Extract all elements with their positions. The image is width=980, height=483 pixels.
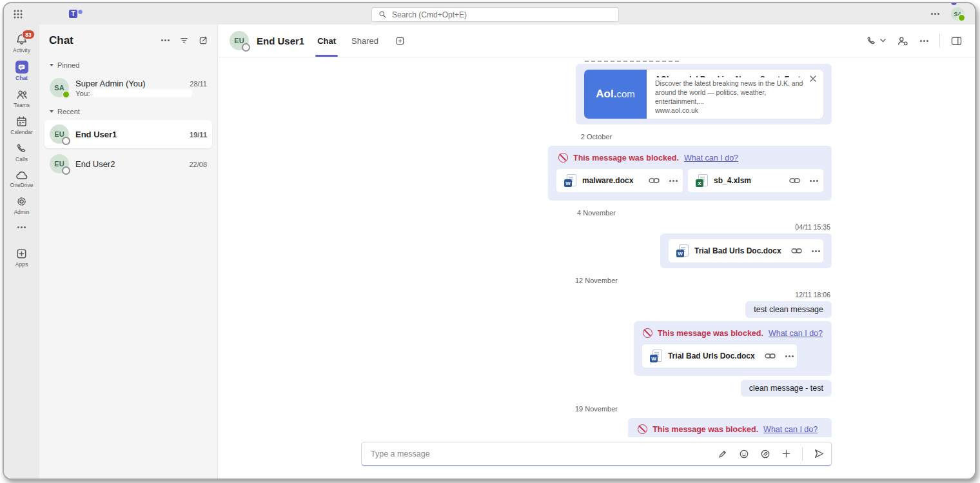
- add-tab-icon[interactable]: [395, 25, 405, 57]
- word-file-icon: W: [650, 350, 662, 362]
- file-attachment[interactable]: W malware.docx: [556, 168, 683, 193]
- copy-link-icon[interactable]: [789, 177, 800, 184]
- file-more-icon[interactable]: [806, 176, 822, 186]
- chat-list-panel: Chat Pinned SA Super Admin (You: [39, 25, 218, 478]
- rail-item-calendar[interactable]: Calendar: [4, 112, 39, 139]
- rail-item-onedrive[interactable]: OneDrive: [4, 166, 39, 192]
- what-can-i-do-link[interactable]: What can I do?: [684, 153, 738, 163]
- divider: [939, 34, 940, 48]
- chat-more-icon[interactable]: [920, 40, 928, 42]
- send-icon[interactable]: [814, 448, 825, 459]
- date-separator: 4 November: [577, 209, 616, 217]
- format-icon[interactable]: [718, 449, 728, 459]
- copy-link-icon[interactable]: [765, 353, 776, 359]
- app-launcher-icon[interactable]: [4, 4, 30, 25]
- excel-file-icon: X: [696, 174, 708, 187]
- chat-list-more-icon[interactable]: [161, 39, 170, 41]
- blocked-text: This message was blocked.: [573, 153, 679, 163]
- top-bar: T Search (Cmd+Opt+E) SA: [4, 3, 975, 25]
- chat-list-item-end-user2[interactable]: EU End User2 22/08: [44, 150, 212, 178]
- file-more-icon[interactable]: [808, 246, 824, 256]
- add-people-icon[interactable]: [897, 35, 909, 46]
- attach-icon[interactable]: [760, 449, 770, 459]
- message-timestamp: 12/11 18:06: [795, 291, 830, 299]
- chat-main: EU End User1 Chat Shared: [218, 25, 975, 478]
- new-chat-icon[interactable]: [199, 35, 208, 45]
- link-preview-title[interactable]: AOL.co.uk | Breaking News, Sport, Feat..…: [655, 75, 816, 77]
- chat-avatar[interactable]: EU: [230, 31, 249, 50]
- message-text: test clean message: [745, 301, 832, 318]
- teams-logo-icon[interactable]: T: [68, 8, 84, 19]
- rail-item-activity[interactable]: 83 Activity: [4, 29, 39, 57]
- open-panel-icon[interactable]: [951, 36, 962, 46]
- rail-item-apps[interactable]: Apps: [4, 244, 39, 271]
- filter-icon[interactable]: [179, 35, 189, 45]
- what-can-i-do-link[interactable]: What can I do?: [763, 425, 818, 434]
- divider: [802, 447, 803, 461]
- file-attachment[interactable]: W Trial Bad Urls Doc.docx: [668, 239, 824, 263]
- svg-text:T: T: [71, 10, 75, 17]
- rail-item-calls[interactable]: Calls: [4, 139, 39, 166]
- word-file-icon: W: [676, 244, 689, 257]
- file-name: Trial Bad Urls Doc.docx: [694, 246, 781, 255]
- avatar: EU: [50, 154, 69, 173]
- rail-more-icon[interactable]: [17, 219, 26, 237]
- section-pinned[interactable]: Pinned: [39, 56, 217, 73]
- tab-shared[interactable]: Shared: [351, 25, 378, 57]
- call-icon[interactable]: [866, 35, 877, 46]
- calendar-icon: [15, 115, 28, 128]
- chevron-down-icon: [50, 64, 54, 66]
- compose-area: Type a message: [218, 437, 975, 478]
- link-preview-card[interactable]: Aol.com AOL.co.uk | Breaking News, Sport…: [583, 69, 824, 119]
- file-more-icon[interactable]: [665, 176, 681, 186]
- file-name: Trial Bad Urls Doc.docx: [668, 351, 755, 360]
- avatar: EU: [50, 124, 69, 144]
- message-scroll-area[interactable]: Aol.com AOL.co.uk | Breaking News, Sport…: [218, 57, 975, 437]
- message-file: W Trial Bad Urls Doc.docx: [660, 233, 832, 268]
- message-input[interactable]: Type a message: [361, 442, 832, 466]
- redacted-preview: [93, 90, 191, 97]
- chat-name: End User1: [75, 130, 117, 139]
- message-link-preview: Aol.com AOL.co.uk | Breaking News, Sport…: [576, 64, 832, 124]
- clipped-message: [585, 57, 679, 62]
- activity-badge: 83: [22, 30, 35, 39]
- close-icon[interactable]: [810, 75, 816, 82]
- file-attachment[interactable]: W Trial Bad Urls Doc.docx: [642, 344, 798, 368]
- copy-link-icon[interactable]: [649, 177, 660, 184]
- tab-chat[interactable]: Chat: [317, 25, 336, 57]
- presence-offline-icon: [62, 137, 70, 145]
- date-separator: 12 November: [575, 277, 618, 284]
- file-more-icon[interactable]: [781, 351, 798, 361]
- link-preview-url: www.aol.co.uk: [655, 106, 816, 114]
- gear-icon: [15, 195, 28, 208]
- message-text: Test message: [638, 436, 691, 437]
- message-input-placeholder: Type a message: [371, 449, 718, 458]
- chat-list-item-super-admin[interactable]: SA Super Admin (You) 28/11 You:: [44, 74, 212, 102]
- section-recent[interactable]: Recent: [39, 103, 217, 119]
- message-blocked: This message was blocked. What can I do?…: [634, 321, 832, 376]
- cloud-icon: [15, 170, 28, 181]
- emoji-icon[interactable]: [739, 449, 749, 459]
- chevron-down-icon: [50, 110, 54, 113]
- copy-link-icon[interactable]: [791, 248, 802, 254]
- more-options-icon[interactable]: [931, 13, 939, 15]
- message-timestamp: 04/11 15:35: [795, 223, 830, 231]
- profile-avatar[interactable]: SA: [951, 7, 965, 21]
- app-window: T Search (Cmd+Opt+E) SA 83 Activity: [3, 2, 976, 480]
- panel-title: Chat: [49, 34, 161, 47]
- plus-icon[interactable]: [781, 449, 791, 458]
- call-chevron-icon[interactable]: [880, 39, 886, 43]
- message-url-link[interactable]: https://secure.eicar.org/eicar.com.txt: [693, 436, 822, 437]
- rail-item-chat[interactable]: Chat: [4, 57, 39, 84]
- file-attachment[interactable]: X sb_4.xlsm: [687, 168, 824, 193]
- rail-item-admin[interactable]: Admin: [4, 192, 39, 219]
- word-file-icon: W: [564, 174, 576, 187]
- presence-offline-icon: [242, 43, 250, 52]
- rail-item-teams[interactable]: Teams: [4, 84, 39, 112]
- chat-list-item-end-user1[interactable]: EU End User1 19/11: [44, 120, 212, 148]
- what-can-i-do-link[interactable]: What can I do?: [769, 329, 823, 338]
- message-text: clean message - test: [741, 380, 832, 397]
- search-input[interactable]: Search (Cmd+Opt+E): [371, 7, 619, 22]
- blocked-icon: [558, 153, 568, 163]
- message-blocked: This message was blocked. What can I do?…: [628, 418, 832, 437]
